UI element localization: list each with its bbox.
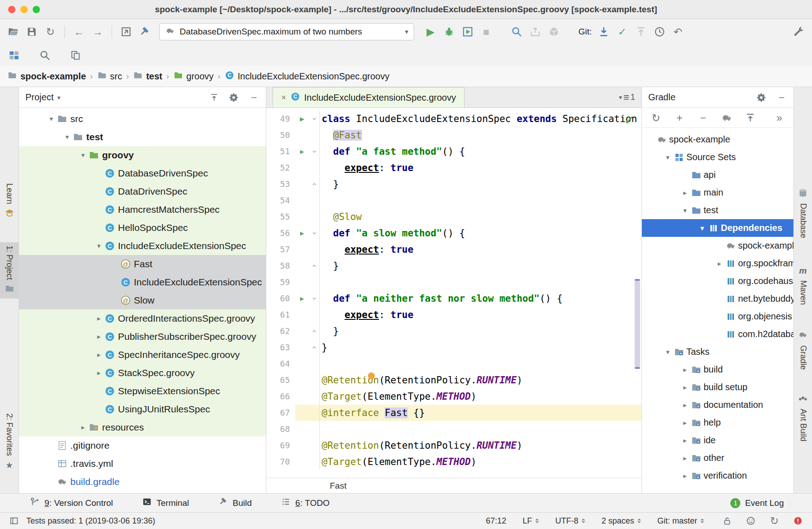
breadcrumb-item[interactable]: test — [133, 70, 162, 83]
cube-icon[interactable] — [547, 25, 561, 39]
tool-window-button-6-todo[interactable]: 6: TODO — [281, 497, 329, 509]
project-tree-item[interactable]: CStepwiseExtensionSpec — [19, 382, 266, 400]
tool-stripe-button-1-project[interactable]: 1: Project — [0, 242, 19, 299]
chevron-down-icon[interactable]: ▾ — [679, 206, 691, 215]
fold-marker-icon[interactable] — [309, 290, 320, 307]
gradle-tree-item[interactable]: ▸documentation — [642, 396, 793, 414]
close-tab-icon[interactable]: × — [281, 93, 286, 103]
tool-stripe-button-database[interactable]: Database — [794, 185, 812, 241]
chevron-down-icon[interactable]: ▾ — [93, 242, 104, 250]
git-push-icon[interactable] — [634, 25, 648, 39]
history-icon[interactable] — [653, 25, 666, 39]
fold-marker-icon[interactable] — [309, 111, 320, 127]
breadcrumb-item[interactable]: groovy — [173, 70, 214, 83]
tool-window-button-terminal[interactable]: Terminal — [142, 497, 189, 509]
editor-breadcrumb-item[interactable]: Fast — [330, 481, 347, 491]
code-line[interactable]: 49▶▶class IncludeExcludeExtensionSpec ex… — [266, 111, 641, 127]
editor-scrollbar[interactable] — [635, 280, 640, 368]
zoom-window-icon[interactable] — [33, 6, 40, 13]
chevron-down-icon[interactable]: ▾ — [662, 348, 674, 356]
code-line[interactable]: 65@Retention(RetentionPolicy.RUNTIME) — [266, 372, 641, 388]
minimize-window-icon[interactable] — [20, 6, 28, 13]
gradle-tree-item[interactable]: ▸build — [642, 361, 793, 378]
fold-marker-icon[interactable] — [309, 339, 320, 356]
gear-icon[interactable] — [229, 92, 240, 103]
project-views-icon[interactable] — [7, 49, 21, 62]
code-line[interactable]: 54 — [266, 192, 641, 209]
gradle-tree-item[interactable]: ▸build setup — [642, 378, 793, 396]
analyze-icon[interactable] — [510, 25, 523, 39]
event-log-button[interactable]: 1Event Log — [730, 498, 784, 508]
code-line[interactable]: 70@Target(ElementType.METHOD) — [266, 454, 641, 470]
gradle-tree-item[interactable]: api — [642, 166, 793, 184]
wrench-icon[interactable] — [792, 25, 806, 39]
gradle-tree-item[interactable]: net.bytebuddy — [642, 290, 793, 308]
run-configuration-select[interactable]: DatabaseDrivenSpec.maximum of two number… — [159, 23, 414, 40]
line-ending-widget[interactable]: LF — [523, 516, 539, 526]
project-tree-item[interactable]: ▸CSpecInheritanceSpec.groovy — [19, 346, 266, 364]
encoding-widget[interactable]: UTF-8 — [555, 516, 585, 526]
code-line[interactable]: 59 — [266, 274, 641, 290]
chevron-right-icon[interactable]: ▸ — [679, 436, 691, 445]
tool-window-button-9-version-control[interactable]: 9: Version Control — [30, 497, 113, 509]
search-icon[interactable] — [38, 49, 52, 62]
gradle-tree-item[interactable]: ▾Tasks — [642, 343, 793, 361]
gradle-tree-item[interactable]: ▸main — [642, 184, 793, 201]
save-icon[interactable] — [25, 25, 39, 39]
fold-marker-icon[interactable] — [309, 143, 320, 160]
code-line[interactable]: 69@Retention(RetentionPolicy.RUNTIME) — [266, 437, 641, 454]
code-line[interactable]: 62 } — [266, 323, 641, 339]
gradle-tree-item[interactable]: ▸org.spockframework — [642, 255, 793, 272]
export-icon[interactable] — [528, 25, 542, 39]
tool-stripe-button-maven[interactable]: mMaven — [794, 262, 812, 308]
project-tree-item[interactable]: ▸COrderedInteractionsSpec.groovy — [19, 309, 266, 328]
project-tree-item[interactable]: ▸CStackSpec.groovy — [19, 364, 266, 382]
code-line[interactable]: 53 } — [266, 176, 641, 192]
project-tree-item[interactable]: @Slow — [19, 291, 266, 309]
chevron-right-icon[interactable]: ▸ — [679, 419, 691, 427]
project-tree-item[interactable]: CDataDrivenSpec — [19, 182, 266, 201]
chevron-right-icon[interactable]: ▸ — [714, 260, 725, 268]
intention-bulb-icon[interactable] — [368, 372, 375, 379]
project-tree-item[interactable]: ▾CIncludeExcludeExtensionSpec — [19, 237, 266, 255]
changes-icon[interactable] — [69, 49, 83, 62]
chevron-down-icon[interactable]: ▾ — [57, 94, 60, 101]
project-panel-title[interactable]: Project — [25, 92, 54, 103]
chevron-right-icon[interactable]: ▸ — [93, 314, 104, 323]
caret-position[interactable]: 67:12 — [486, 516, 506, 526]
gradle-tree-item[interactable]: ▸other — [642, 449, 793, 467]
gradle-elephant-icon[interactable] — [720, 111, 734, 125]
project-tree-item[interactable]: CDatabaseDrivenSpec — [19, 164, 266, 182]
git-commit-icon[interactable]: ✓ — [616, 25, 629, 39]
sync-icon[interactable]: ↻ — [44, 25, 57, 39]
minimize-icon[interactable]: − — [776, 92, 787, 103]
sync-icon[interactable]: ↻ — [649, 111, 663, 125]
project-tree-item[interactable]: ▸resources — [19, 418, 266, 436]
toolwindow-toggle-icon[interactable] — [7, 514, 21, 528]
show-in-icon[interactable] — [119, 25, 133, 39]
project-tree-item[interactable]: CHelloSpockSpec — [19, 219, 266, 237]
run-test-icon[interactable]: ▶ — [295, 143, 309, 160]
breadcrumb-item[interactable]: src — [97, 70, 122, 83]
chevron-right-icon[interactable]: ▸ — [679, 454, 691, 462]
gradle-tree-item[interactable]: ▾Dependencies — [642, 219, 793, 237]
chevron-down-icon[interactable]: ▾ — [662, 153, 674, 162]
code-line[interactable]: 60▶ def "a neither fast nor slow method"… — [266, 290, 641, 307]
git-update-icon[interactable] — [597, 25, 611, 39]
code-line[interactable]: 64 — [266, 356, 641, 372]
code-line[interactable]: 52 expect: true — [266, 160, 641, 176]
gear-icon[interactable] — [756, 92, 767, 103]
fold-marker-icon[interactable] — [309, 323, 320, 339]
rollback-icon[interactable]: ↶ — [671, 25, 685, 39]
project-tree-item[interactable]: .gitignore — [19, 436, 266, 455]
fold-marker-icon[interactable] — [309, 258, 320, 274]
code-line[interactable]: 66@Target(ElementType.METHOD) — [266, 388, 641, 405]
tabs-list-control[interactable]: ▾ ≡ 1 — [619, 92, 635, 103]
tool-window-button-build[interactable]: Build — [218, 497, 252, 509]
minus-icon[interactable]: − — [696, 111, 710, 125]
code-line[interactable]: 55 @Slow — [266, 209, 641, 225]
gradle-tree-item[interactable]: spock-example — [642, 131, 793, 148]
code-line[interactable]: 51▶ def "a fast method"() { — [266, 143, 641, 160]
lock-icon[interactable] — [720, 514, 734, 528]
chevron-right-icon[interactable]: ▸ — [679, 472, 691, 480]
